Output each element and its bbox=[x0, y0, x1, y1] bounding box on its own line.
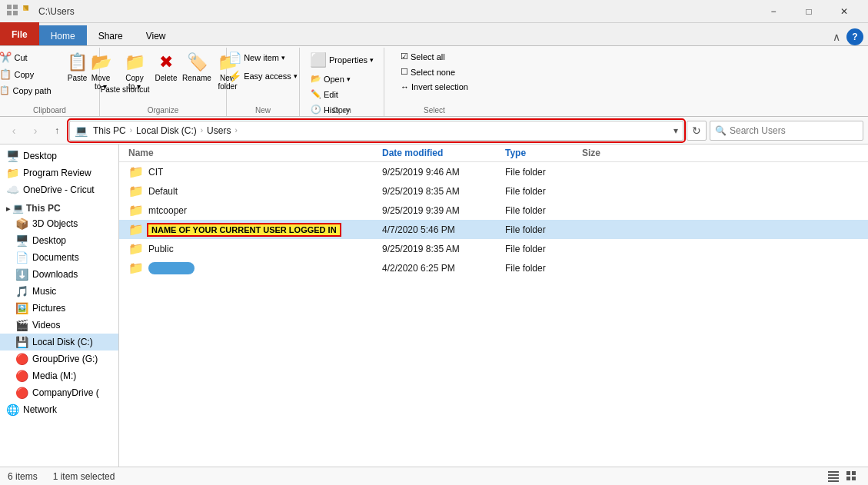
sidebar-item-groupdrive[interactable]: 🔴 GroupDrive (G:) bbox=[0, 350, 118, 367]
file-row-default[interactable]: 📁 Default 9/25/2019 8:35 AM File folder bbox=[119, 181, 868, 201]
breadcrumb-this-pc[interactable]: This PC bbox=[91, 125, 128, 137]
sidebar-item-companydrive[interactable]: 🔴 CompanyDrive ( bbox=[0, 384, 118, 401]
breadcrumb-local-disk[interactable]: Local Disk (C:) bbox=[134, 125, 199, 137]
new-item-button[interactable]: 📄 New item ▾ bbox=[224, 49, 290, 66]
back-button[interactable]: ‹ bbox=[5, 121, 23, 140]
col-header-size[interactable]: Size bbox=[582, 148, 644, 158]
sidebar-item-program-review[interactable]: 📁 Program Review bbox=[0, 164, 118, 181]
file-name-mtcooper: 📁 mtcooper bbox=[128, 203, 382, 218]
sidebar-item-3d-objects[interactable]: 📦 3D Objects bbox=[0, 215, 118, 232]
file-date-mtcooper: 9/25/2019 9:39 AM bbox=[382, 205, 505, 216]
tab-home[interactable]: Home bbox=[39, 25, 87, 45]
maximize-button[interactable]: □ bbox=[791, 0, 826, 23]
file-name-annotated: 📁 bbox=[128, 261, 382, 275]
close-button[interactable]: ✕ bbox=[826, 0, 862, 23]
file-label-public: Public bbox=[148, 244, 174, 254]
tab-file[interactable]: File bbox=[0, 22, 39, 45]
sidebar-item-documents[interactable]: 📄 Documents bbox=[0, 249, 118, 266]
copy-button[interactable]: 📋 Copy bbox=[0, 66, 56, 82]
cut-icon: ✂️ bbox=[0, 51, 12, 63]
file-row-annotated[interactable]: 📁 4/2/2020 6:25 PM File folder bbox=[119, 258, 868, 277]
invert-selection-button[interactable]: ↔ Invert selection bbox=[396, 80, 473, 94]
file-row-current-user[interactable]: 📁 NAME OF YOUR CURRENT USER LOGGED IN 4/… bbox=[119, 220, 868, 239]
sidebar-local-disk-label: Local Disk (C:) bbox=[32, 337, 93, 347]
help-button[interactable]: ? bbox=[846, 28, 863, 45]
invert-label: Invert selection bbox=[411, 82, 468, 91]
content-area: Name Date modified Type Size 📁 CIT 9/25/… bbox=[119, 145, 868, 467]
sidebar-item-media[interactable]: 🔴 Media (M:) bbox=[0, 367, 118, 384]
svg-rect-6 bbox=[828, 471, 839, 473]
svg-rect-12 bbox=[846, 477, 850, 480]
sidebar-groupdrive-label: GroupDrive (G:) bbox=[32, 354, 98, 364]
easy-access-button[interactable]: ⚡ Easy access ▾ bbox=[224, 68, 302, 85]
rename-button[interactable]: 🏷️ Rename bbox=[181, 49, 212, 95]
search-input[interactable] bbox=[730, 125, 858, 136]
open-arrow: ▾ bbox=[347, 75, 351, 83]
up-button[interactable]: ↑ bbox=[48, 121, 66, 140]
sidebar-item-pictures[interactable]: 🖼️ Pictures bbox=[0, 300, 118, 317]
svg-rect-9 bbox=[828, 480, 839, 482]
search-bar[interactable]: 🔍 bbox=[710, 121, 863, 141]
address-bar[interactable]: 💻 This PC › Local Disk (C:) › Users › ▾ bbox=[69, 121, 683, 141]
open-button[interactable]: 📂 Open ▾ bbox=[306, 71, 355, 86]
col-header-name[interactable]: Name bbox=[128, 148, 382, 158]
select-all-label: Select all bbox=[411, 52, 445, 61]
edit-button[interactable]: ✏️ Edit bbox=[306, 87, 343, 101]
sidebar-item-onedrive[interactable]: ☁️ OneDrive - Cricut bbox=[0, 181, 118, 198]
select-all-button[interactable]: ☑ Select all bbox=[396, 49, 450, 64]
pictures-icon: 🖼️ bbox=[15, 302, 28, 314]
svg-rect-0 bbox=[7, 5, 12, 9]
sidebar-item-network[interactable]: 🌐 Network bbox=[0, 401, 118, 418]
minimize-button[interactable]: − bbox=[756, 0, 791, 23]
rename-label: Rename bbox=[182, 74, 211, 82]
sidebar-network-label: Network bbox=[23, 404, 57, 415]
desktop-icon: 🖥️ bbox=[6, 150, 19, 162]
open-label: Open bbox=[300, 106, 384, 115]
properties-label: Properties bbox=[329, 55, 367, 65]
copy-to-button[interactable]: 📁 Copyto ▾ bbox=[118, 49, 151, 95]
companydrive-icon: 🔴 bbox=[15, 387, 28, 399]
file-row-mtcooper[interactable]: 📁 mtcooper 9/25/2019 9:39 AM File folder bbox=[119, 201, 868, 220]
forward-button[interactable]: › bbox=[26, 121, 45, 140]
file-date-public: 9/25/2019 8:35 AM bbox=[382, 244, 505, 254]
move-to-button[interactable]: 📂 Moveto ▾ bbox=[85, 49, 117, 95]
tab-view[interactable]: View bbox=[135, 25, 178, 45]
new-content: 📄 New item ▾ ⚡ Easy access ▾ bbox=[224, 49, 302, 105]
title-bar-title: C:\Users bbox=[38, 6, 756, 17]
new-item-icon: 📄 bbox=[228, 51, 241, 64]
properties-button[interactable]: ⬜ Properties ▾ bbox=[306, 49, 377, 71]
ribbon: 📌 Pin to Quickaccess ✂️ Cut 📋 Copy 📋 Cop… bbox=[0, 46, 868, 117]
col-header-type[interactable]: Type bbox=[505, 148, 582, 158]
sidebar-this-pc-header[interactable]: ▸ 💻 This PC bbox=[0, 198, 118, 215]
sidebar-item-music[interactable]: 🎵 Music bbox=[0, 283, 118, 300]
file-row-public[interactable]: 📁 Public 9/25/2019 8:35 AM File folder bbox=[119, 239, 868, 258]
easy-access-label: Easy access bbox=[244, 71, 291, 81]
window-controls: − □ ✕ bbox=[756, 0, 862, 23]
sidebar-item-local-disk[interactable]: 💾 Local Disk (C:) bbox=[0, 334, 118, 350]
copy-path-button[interactable]: 📋 Copy path bbox=[0, 83, 56, 98]
file-label-cit: CIT bbox=[148, 167, 163, 178]
col-header-date[interactable]: Date modified bbox=[382, 148, 505, 158]
delete-button[interactable]: ✖ Delete bbox=[152, 49, 180, 95]
copy-path-icon: 📋 bbox=[0, 85, 10, 95]
sidebar-item-desktop[interactable]: 🖥️ Desktop bbox=[0, 148, 118, 164]
tab-share[interactable]: Share bbox=[87, 25, 135, 45]
svg-rect-3 bbox=[13, 11, 18, 15]
details-view-button[interactable] bbox=[825, 469, 842, 484]
column-headers: Name Date modified Type Size bbox=[119, 145, 868, 162]
sidebar-item-videos[interactable]: 🎬 Videos bbox=[0, 317, 118, 334]
refresh-button[interactable]: ↻ bbox=[687, 121, 707, 141]
large-icons-view-button[interactable] bbox=[843, 469, 860, 484]
sidebar-item-desktop2[interactable]: 🖥️ Desktop bbox=[0, 232, 118, 249]
videos-icon: 🎬 bbox=[15, 319, 28, 331]
new-item-label: New item bbox=[244, 53, 279, 62]
file-row-cit[interactable]: 📁 CIT 9/25/2019 9:46 AM File folder bbox=[119, 162, 868, 181]
address-dropdown-arrow[interactable]: ▾ bbox=[673, 125, 678, 136]
select-all-icon: ☑ bbox=[401, 51, 408, 61]
collapse-ribbon-icon[interactable]: ∧ bbox=[833, 31, 840, 43]
select-none-button[interactable]: ☐ Select none bbox=[396, 65, 460, 79]
sidebar-item-downloads[interactable]: ⬇️ Downloads bbox=[0, 266, 118, 283]
cut-button[interactable]: ✂️ Cut bbox=[0, 49, 56, 65]
svg-rect-10 bbox=[846, 471, 850, 475]
breadcrumb-users[interactable]: Users bbox=[205, 125, 233, 137]
